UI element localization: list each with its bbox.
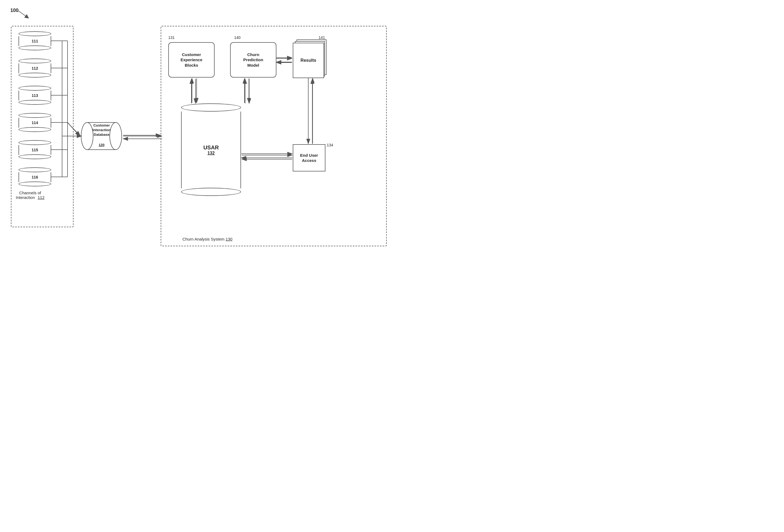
channels-label: Channels of Interaction 112 bbox=[16, 190, 45, 200]
ref-134: 134 bbox=[327, 143, 333, 147]
cylinder-116: 116 bbox=[19, 167, 51, 186]
cylinder-115: 115 bbox=[19, 140, 51, 159]
cylinder-114: 114 bbox=[19, 113, 51, 132]
churn-system-label: Churn Analysis System 130 bbox=[183, 237, 232, 241]
customer-db: CustomerInteractionDatabase 120 bbox=[80, 118, 122, 154]
ceb-box: CustomerExperienceBlocks bbox=[168, 42, 215, 78]
ref-131: 131 bbox=[168, 35, 174, 40]
cylinder-112: 112 bbox=[19, 59, 51, 78]
ref-140: 140 bbox=[234, 35, 241, 40]
cpm-box: ChurnPredictionModel bbox=[230, 42, 276, 78]
ref-141: 141 bbox=[318, 35, 325, 40]
diagram: 100 111 111 112 113 bbox=[0, 0, 392, 266]
cylinder-113: 113 bbox=[19, 86, 51, 105]
usar-cylinder: USAR 132 bbox=[181, 104, 241, 196]
svg-line-0 bbox=[18, 10, 27, 17]
end-user-box: End UserAccess bbox=[293, 144, 326, 172]
top-ref-arrow bbox=[15, 8, 31, 19]
cylinder-111: 111 bbox=[19, 31, 51, 50]
